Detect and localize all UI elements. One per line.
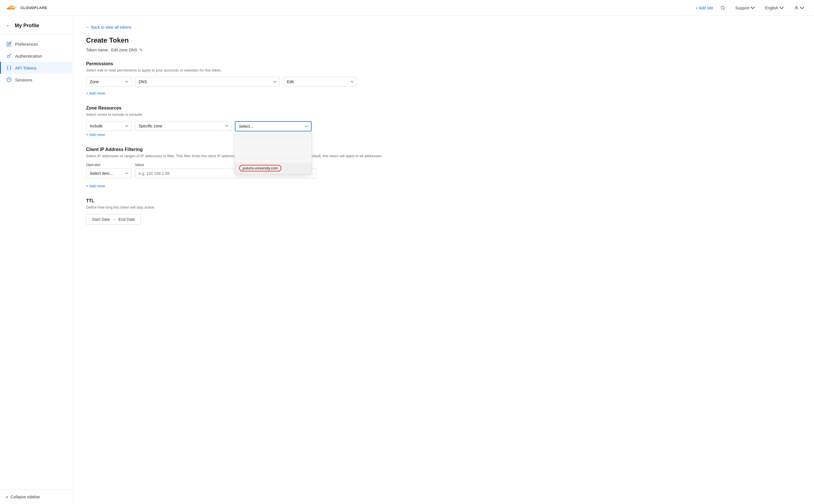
- support-chevron-icon: [750, 6, 755, 10]
- ip-filtering-row: Select item...: [86, 169, 800, 178]
- svg-point-2: [796, 6, 797, 8]
- zone-select-wrap: Select... xxxxxxxxx.xxx xxxxxxxxx.xxx xx…: [235, 121, 312, 131]
- svg-point-3: [7, 56, 9, 58]
- zone-resources-title: Zone Resources: [86, 106, 800, 111]
- clock-icon: [7, 77, 12, 82]
- ttl-end-label: End Date: [118, 217, 135, 222]
- permissions-row: Zone DNS Edit: [86, 77, 800, 87]
- logo[interactable]: CLOUDFLARE: [7, 4, 47, 12]
- zone-include-select[interactable]: Include: [86, 121, 131, 131]
- language-button[interactable]: English: [762, 4, 787, 12]
- ip-filtering-desc: Select IP addresses or ranges of IP addr…: [86, 154, 800, 158]
- key-icon: [7, 53, 12, 58]
- zone-resources-desc: Select zones to include or exclude.: [86, 112, 800, 117]
- ttl-arrow-icon: →: [112, 217, 116, 222]
- pen-icon: [7, 41, 12, 47]
- search-icon: [721, 6, 725, 10]
- permission-type-select[interactable]: Zone: [86, 77, 131, 87]
- sidebar-back-arrow[interactable]: ←: [6, 23, 11, 29]
- permissions-title: Permissions: [86, 61, 800, 66]
- permissions-desc: Select edit or read permissions to apply…: [86, 68, 800, 72]
- token-name-value: Edit zone DNS: [111, 48, 137, 52]
- sidebar-profile: ← My Profile: [0, 16, 72, 35]
- zone-specific-select[interactable]: Specific zone: [135, 121, 232, 131]
- back-link-text: ← Back to view all tokens: [86, 25, 131, 30]
- language-chevron-icon: [779, 6, 784, 10]
- token-name-label: Token name:: [86, 48, 109, 52]
- sidebar: ← My Profile Preferences Authentication …: [0, 16, 72, 504]
- logo-text: CLOUDFLARE: [20, 6, 47, 10]
- sidebar-item-sessions[interactable]: Sessions: [0, 74, 72, 86]
- braces-icon: [7, 65, 12, 70]
- dropdown-item-pulumi[interactable]: pulumi-university.com: [235, 162, 311, 174]
- ttl-row: Start Date → End Date: [86, 214, 800, 225]
- ttl-date-button[interactable]: Start Date → End Date: [86, 214, 141, 225]
- value-column-label: Value: [135, 163, 144, 167]
- token-name-row: Token name: Edit zone DNS ✎: [86, 48, 800, 52]
- sidebar-item-preferences-label: Preferences: [15, 42, 38, 47]
- operator-select[interactable]: Select item...: [86, 169, 131, 178]
- zone-resources-row: Include Specific zone Select... xxxxxxxx…: [86, 121, 800, 131]
- sidebar-item-authentication-label: Authentication: [15, 54, 42, 58]
- ip-filtering-title: Client IP Address Filtering: [86, 147, 800, 152]
- dropdown-item-1[interactable]: xxxxxxxxx.xxx: [235, 132, 311, 142]
- app-layout: ← My Profile Preferences Authentication …: [0, 16, 814, 504]
- user-button[interactable]: [791, 4, 807, 12]
- page-title: Create Token: [86, 36, 800, 44]
- main-content: ← Back to view all tokens Create Token T…: [72, 16, 814, 504]
- permission-resource-select[interactable]: DNS: [135, 77, 280, 87]
- sidebar-item-preferences[interactable]: Preferences: [0, 38, 72, 50]
- cloudflare-logo-icon: [7, 4, 18, 12]
- permissions-section: Permissions Select edit or read permissi…: [86, 61, 800, 95]
- sidebar-item-api-tokens-label: API Tokens: [15, 66, 37, 70]
- support-button[interactable]: Support: [733, 4, 758, 12]
- ip-filtering-add-more[interactable]: + Add more: [86, 184, 105, 188]
- zone-dropdown-select[interactable]: Select...: [235, 121, 312, 131]
- collapse-sidebar-button[interactable]: « Collapse sidebar: [0, 490, 72, 504]
- zone-dropdown-menu: xxxxxxxxx.xxx xxxxxxxxx.xxx xxxxxxxxx.xx…: [235, 132, 312, 175]
- sidebar-item-authentication[interactable]: Authentication: [0, 50, 72, 62]
- add-site-button[interactable]: + Add site: [696, 6, 713, 10]
- zone-resources-add-more[interactable]: + Add more: [86, 133, 105, 137]
- search-button[interactable]: [718, 4, 728, 12]
- permissions-add-more[interactable]: + Add more: [86, 91, 105, 95]
- dropdown-item-3[interactable]: xxxxxxxxx.xxx: [235, 152, 311, 162]
- user-icon: [794, 6, 799, 10]
- sidebar-item-api-tokens[interactable]: API Tokens: [0, 62, 72, 74]
- ttl-title: TTL: [86, 198, 800, 203]
- ip-filtering-section: Client IP Address Filtering Select IP ad…: [86, 147, 800, 188]
- svg-line-1: [724, 9, 725, 10]
- sidebar-item-sessions-label: Sessions: [15, 77, 32, 82]
- zone-resources-section: Zone Resources Select zones to include o…: [86, 106, 800, 137]
- dropdown-item-2[interactable]: xxxxxxxxx.xxx: [235, 142, 311, 152]
- collapse-sidebar-label: Collapse sidebar: [11, 495, 40, 499]
- collapse-chevrons-icon: «: [6, 494, 8, 499]
- sidebar-nav: Preferences Authentication API Tokens Se…: [0, 35, 72, 89]
- svg-point-0: [721, 6, 724, 9]
- back-link[interactable]: ← Back to view all tokens: [86, 25, 800, 30]
- ttl-start-label: Start Date: [92, 217, 110, 222]
- topnav: CLOUDFLARE + Add site Support English: [0, 0, 814, 16]
- ttl-section: TTL Define how long this token will stay…: [86, 198, 800, 225]
- user-chevron-icon: [800, 6, 804, 10]
- sidebar-profile-title: My Profile: [15, 23, 39, 29]
- token-name-edit-icon[interactable]: ✎: [139, 48, 143, 52]
- ttl-desc: Define how long this token will stay act…: [86, 205, 800, 209]
- pulumi-highlighted-label: pulumi-university.com: [239, 165, 282, 171]
- operator-column-label: Operator: [86, 163, 131, 167]
- permission-level-select[interactable]: Edit: [283, 77, 357, 87]
